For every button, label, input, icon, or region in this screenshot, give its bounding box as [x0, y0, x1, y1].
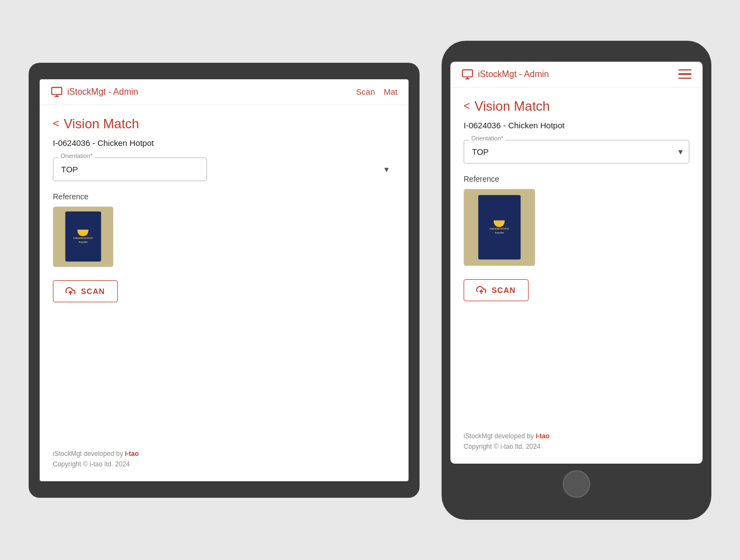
phone-product-photo: CHICKEN HOTPOT Ready Meal [464, 189, 535, 265]
phone-page-title: Vision Match [475, 99, 550, 114]
hamburger-line3 [678, 78, 692, 79]
phone-item-id: I-0624036 - Chicken Hotpot [464, 121, 689, 130]
hamburger-line1 [678, 69, 692, 71]
phone-footer-line2: Copyright © i-tao ltd. 2024 [464, 442, 689, 452]
phone-screen: iStockMgt - Admin < Vision Match I-06240… [450, 62, 703, 464]
phone-reference-label: Reference [464, 175, 689, 183]
back-button[interactable]: < [53, 117, 59, 130]
phone-scan-button[interactable]: SCAN [464, 279, 529, 301]
phone-footer: iStockMgt developed by i-tao Copyright ©… [450, 422, 703, 463]
phone-monitor-icon [461, 68, 474, 80]
svg-rect-4 [463, 69, 472, 77]
svg-rect-0 [52, 87, 62, 94]
tablet-screen: iStockMgt - Admin Scan Mat < Vision Matc… [40, 79, 409, 481]
phone-footer-prefix: iStockMgt developed by [464, 432, 536, 440]
footer-line2: Copyright © i-tao ltd. 2024 [53, 459, 395, 470]
phone-header-brand: iStockMgt - Admin [461, 68, 549, 80]
monitor-icon [51, 86, 63, 98]
brand-label: iStockMgt - Admin [67, 87, 138, 97]
nav-scan[interactable]: Scan [356, 87, 375, 96]
dropdown-arrow-icon: ▾ [384, 164, 389, 175]
item-id: I-0624036 - Chicken Hotpot [53, 138, 395, 148]
phone-page-title-row: < Vision Match [464, 99, 689, 114]
tablet-footer: iStockMgt developed by i-tao Copyright ©… [40, 440, 409, 481]
phone-orientation-select[interactable]: TOP FRONT SIDE BACK BOTTOM [464, 140, 689, 164]
footer-prefix: iStockMgt developed by [53, 450, 125, 458]
reference-label: Reference [53, 192, 395, 201]
product-photo: CHICKEN HOTPOT Ready Meal [53, 207, 113, 267]
phone-camera-bar [450, 52, 703, 57]
phone-content: < Vision Match I-0624036 - Chicken Hotpo… [450, 88, 703, 423]
app-header: iStockMgt - Admin Scan Mat [40, 79, 409, 105]
phone-scan-button-label: SCAN [492, 286, 516, 295]
hamburger-line2 [678, 73, 692, 75]
phone-footer-line1: iStockMgt developed by i-tao [464, 431, 689, 442]
phone-home-button[interactable] [563, 470, 590, 498]
scan-button[interactable]: SCAN [53, 280, 118, 302]
footer-line1: iStockMgt developed by i-tao [53, 449, 395, 459]
phone-frame: iStockMgt - Admin < Vision Match I-06240… [442, 41, 711, 520]
tablet-frame: iStockMgt - Admin Scan Mat < Vision Matc… [29, 63, 420, 498]
footer-brand: i-tao [125, 450, 139, 458]
phone-brand-label: iStockMgt - Admin [478, 69, 549, 79]
phone-orientation-label: Orientation* [469, 135, 505, 142]
phone-app-header: iStockMgt - Admin [450, 62, 703, 88]
phone-upload-icon [476, 285, 486, 295]
tablet-content: < Vision Match I-0624036 - Chicken Hotpo… [40, 105, 409, 441]
upload-icon [66, 286, 75, 296]
nav-mat[interactable]: Mat [384, 87, 398, 96]
orientation-select[interactable]: TOP FRONT SIDE BACK BOTTOM [53, 157, 207, 181]
phone-back-button[interactable]: < [464, 100, 470, 112]
orientation-label: Orientation* [58, 153, 95, 159]
hamburger-menu-button[interactable] [678, 69, 692, 79]
phone-footer-brand: i-tao [536, 432, 549, 440]
phone-orientation-field: Orientation* TOP FRONT SIDE BACK BOTTOM … [464, 140, 689, 164]
page-title-row: < Vision Match [53, 116, 395, 132]
phone-reference-image: CHICKEN HOTPOT Ready Meal [464, 189, 535, 266]
scan-button-label: SCAN [81, 287, 105, 296]
header-nav: Scan Mat [356, 87, 398, 96]
reference-image: CHICKEN HOTPOT Ready Meal [53, 206, 113, 267]
page-title: Vision Match [64, 116, 139, 132]
orientation-field: Orientation* TOP FRONT SIDE BACK BOTTOM … [53, 157, 395, 181]
header-brand: iStockMgt - Admin [51, 86, 138, 98]
